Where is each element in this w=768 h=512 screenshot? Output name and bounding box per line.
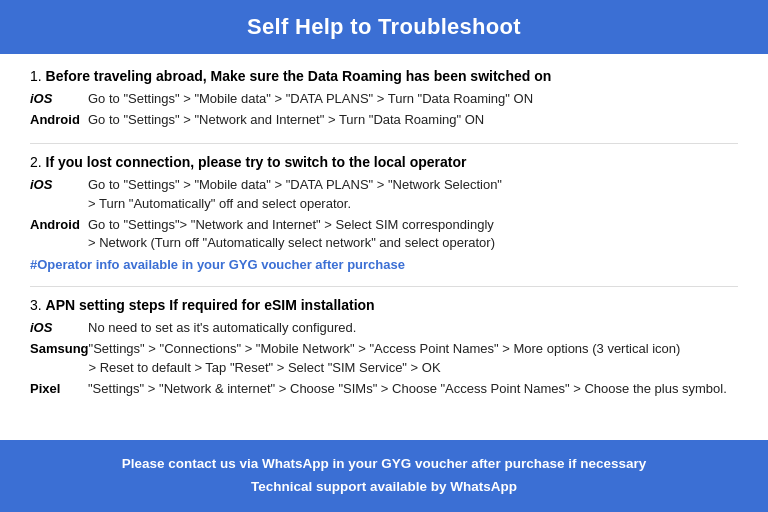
item-text-continuation: > Reset to default > Tap "Reset" > Selec… xyxy=(89,359,738,377)
section-2-title: 2. If you lost connection, please try to… xyxy=(30,154,738,170)
list-item: Android Go to "Settings" > "Network and … xyxy=(30,111,738,129)
list-item: Pixel "Settings" > "Network & internet" … xyxy=(30,380,738,398)
section-1-title: 1. Before traveling abroad, Make sure th… xyxy=(30,68,738,84)
section-3-title: 3. APN setting steps If required for eSI… xyxy=(30,297,738,313)
platform-ios: iOS xyxy=(30,176,88,194)
platform-android: Android xyxy=(30,111,88,129)
list-item: Android Go to "Settings"> "Network and I… xyxy=(30,216,738,252)
highlight-link: #Operator info available in your GYG vou… xyxy=(30,257,738,272)
platform-android: Android xyxy=(30,216,88,234)
item-text: No need to set as it's automatically con… xyxy=(88,319,738,337)
list-item: iOS Go to "Settings" > "Mobile data" > "… xyxy=(30,176,738,212)
page-title: Self Help to Troubleshoot xyxy=(20,14,748,40)
page-header: Self Help to Troubleshoot xyxy=(0,0,768,54)
item-text: Go to "Settings"> "Network and Internet"… xyxy=(88,216,738,234)
item-text: Go to "Settings" > "Mobile data" > "DATA… xyxy=(88,176,738,194)
platform-samsung: Samsung xyxy=(30,340,89,358)
item-text: Go to "Settings" > "Mobile data" > "DATA… xyxy=(88,90,738,108)
item-text-continuation: > Network (Turn off "Automatically selec… xyxy=(88,234,738,252)
section-1: 1. Before traveling abroad, Make sure th… xyxy=(30,68,738,129)
page-footer: Please contact us via WhatsApp in your G… xyxy=(0,440,768,512)
platform-ios: iOS xyxy=(30,90,88,108)
list-item: iOS Go to "Settings" > "Mobile data" > "… xyxy=(30,90,738,108)
platform-pixel: Pixel xyxy=(30,380,88,398)
footer-line1: Please contact us via WhatsApp in your G… xyxy=(20,453,748,476)
item-text-continuation: > Turn "Automatically" off and select op… xyxy=(88,195,738,213)
platform-ios: iOS xyxy=(30,319,88,337)
main-content: 1. Before traveling abroad, Make sure th… xyxy=(0,54,768,440)
list-item: iOS No need to set as it's automatically… xyxy=(30,319,738,337)
section-3: 3. APN setting steps If required for eSI… xyxy=(30,297,738,398)
list-item: Samsung "Settings" > "Connections" > "Mo… xyxy=(30,340,738,376)
item-text: "Settings" > "Connections" > "Mobile Net… xyxy=(89,340,738,358)
item-text: "Settings" > "Network & internet" > Choo… xyxy=(88,380,738,398)
footer-line2: Technical support available by WhatsApp xyxy=(20,476,748,499)
section-2: 2. If you lost connection, please try to… xyxy=(30,154,738,272)
item-text: Go to "Settings" > "Network and Internet… xyxy=(88,111,738,129)
divider xyxy=(30,143,738,144)
divider xyxy=(30,286,738,287)
